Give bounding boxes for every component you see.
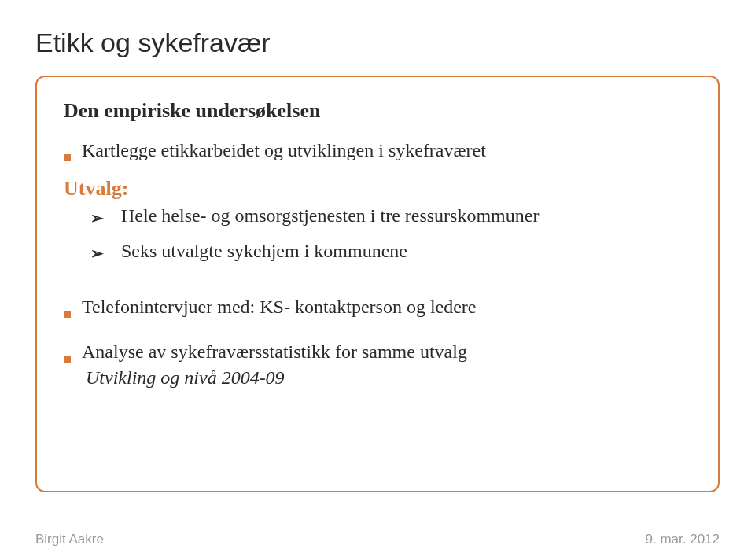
bullet-text: Analyse av sykefraværsstatistikk for sam… <box>82 341 467 363</box>
subheading: Utvalg: <box>64 177 691 201</box>
footer-author: Birgit Aakre <box>35 532 104 547</box>
square-bullet-icon <box>64 311 71 318</box>
italic-note: Utvikling og nivå 2004-09 <box>64 367 691 389</box>
slide: Etikk og sykefravær Den empiriske unders… <box>0 0 755 560</box>
section-heading: Den empiriske undersøkelsen <box>64 99 691 123</box>
bullet-item: Analyse av sykefraværsstatistikk for sam… <box>64 341 691 363</box>
arrow-item: ➢ Hele helse- og omsorgstjenesten i tre … <box>64 205 691 227</box>
square-bullet-icon <box>64 356 71 363</box>
arrow-icon: ➢ <box>90 208 104 227</box>
page-title: Etikk og sykefravær <box>35 28 720 58</box>
square-bullet-icon <box>64 154 71 161</box>
footer: Birgit Aakre 9. mar. 2012 <box>35 532 720 547</box>
arrow-icon: ➢ <box>90 244 104 263</box>
footer-date: 9. mar. 2012 <box>645 532 720 547</box>
bullet-item: Telefonintervjuer med: KS- kontaktperson… <box>64 297 691 318</box>
bullet-text: Telefonintervjuer med: KS- kontaktperson… <box>82 297 477 318</box>
arrow-item: ➢ Seks utvalgte sykehjem i kommunene <box>64 241 691 262</box>
bullet-text: Kartlegge etikkarbeidet og utviklingen i… <box>82 140 486 161</box>
arrow-text: Hele helse- og omsorgstjenesten i tre re… <box>121 205 539 227</box>
bullet-item: Kartlegge etikkarbeidet og utviklingen i… <box>64 140 691 161</box>
content-box: Den empiriske undersøkelsen Kartlegge et… <box>35 76 720 492</box>
arrow-text: Seks utvalgte sykehjem i kommunene <box>121 241 407 262</box>
